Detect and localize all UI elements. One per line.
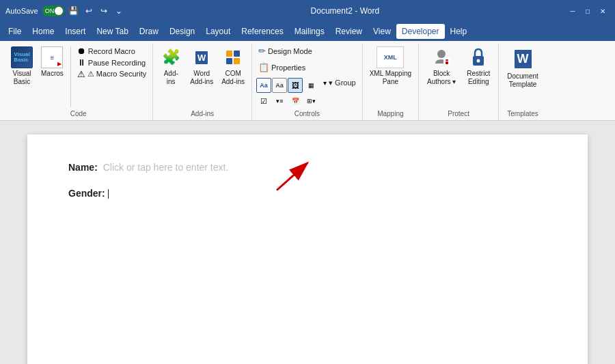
controls-bottom: Aa Aa 🖼 ▦ ☑ ▾≡ 📅 ⊞▾ ▾ ▾ Group <box>256 78 358 109</box>
code-divider <box>70 46 71 107</box>
menu-layout[interactable]: Layout <box>200 24 236 39</box>
document-template-button[interactable]: W DocumentTemplate <box>503 45 543 90</box>
document-page[interactable]: Name: Click or tap here to enter text. G… <box>27 135 588 364</box>
ribbon-group-protect: BlockAuthors ▾ RestrictEditing Protect <box>419 44 499 120</box>
restrict-editing-button[interactable]: RestrictEditing <box>463 45 494 87</box>
menu-developer[interactable]: Developer <box>396 24 445 39</box>
ctrl-dropdown-icon[interactable]: ▾≡ <box>272 94 287 109</box>
ribbon-group-addins: 🧩 Add-ins W WordAdd-ins <box>153 44 252 120</box>
controls-extra-buttons: ▾ ▾ Group <box>321 78 358 88</box>
autosave-toggle[interactable]: ON <box>42 5 64 16</box>
code-group-label: Code <box>8 109 148 119</box>
ctrl-combobox-icon[interactable]: ▦ <box>303 78 318 93</box>
templates-group-content: W DocumentTemplate <box>503 45 543 109</box>
document-title: Document2 - Word <box>124 6 566 16</box>
ctrl-image-icon[interactable]: 🖼 <box>288 78 303 93</box>
macro-security-button[interactable]: ⚠ ⚠ Macro Security <box>75 68 148 80</box>
svg-rect-0 <box>226 51 232 57</box>
com-add-ins-button[interactable]: COMAdd-ins <box>219 45 247 87</box>
autosave-on-label: ON <box>45 8 55 14</box>
svg-point-9 <box>477 59 480 63</box>
menu-design[interactable]: Design <box>164 24 200 39</box>
visual-basic-button[interactable]: VisualBasic VisualBasic <box>8 45 36 87</box>
customize-icon[interactable]: ⌄ <box>113 5 124 16</box>
ctrl-text-icon[interactable]: Aa <box>256 78 271 93</box>
undo-icon[interactable]: ↩ <box>83 5 94 16</box>
xml-mapping-icon: XML <box>377 46 404 68</box>
menu-home[interactable]: Home <box>27 24 59 39</box>
mapping-group-content: XML XML MappingPane <box>367 45 414 109</box>
xml-mapping-pane-button[interactable]: XML XML MappingPane <box>367 45 414 87</box>
name-placeholder[interactable]: Click or tap here to enter text. <box>103 162 229 173</box>
menu-insert[interactable]: Insert <box>59 24 91 39</box>
svg-rect-2 <box>226 58 232 64</box>
addins-group-content: 🧩 Add-ins W WordAdd-ins <box>157 45 247 109</box>
add-ins-icon: 🧩 <box>160 46 182 68</box>
close-button[interactable]: ✕ <box>596 4 610 18</box>
ribbon-group-code: VisualBasic VisualBasic ≡ ▶ Macros ⏺ <box>4 44 153 120</box>
design-mode-button[interactable]: ✏ Design Mode <box>256 45 314 57</box>
svg-rect-3 <box>234 58 240 64</box>
word-add-ins-button[interactable]: W WordAdd-ins <box>187 45 216 87</box>
record-macro-button[interactable]: ⏺ Record Macro <box>75 45 148 57</box>
block-authors-label: BlockAuthors ▾ <box>427 70 456 86</box>
menu-newtab[interactable]: New Tab <box>91 24 133 39</box>
com-add-ins-label: COMAdd-ins <box>221 70 245 86</box>
menu-help[interactable]: Help <box>445 24 473 39</box>
maximize-button[interactable]: □ <box>581 4 594 18</box>
macros-icon: ≡ ▶ <box>41 46 63 68</box>
ribbon: VisualBasic VisualBasic ≡ ▶ Macros ⏺ <box>0 41 615 121</box>
addins-group-label: Add-ins <box>157 109 247 119</box>
document-area: Name: Click or tap here to enter text. G… <box>0 121 615 364</box>
save-icon[interactable]: 💾 <box>68 5 79 16</box>
ctrl-legacy-icon[interactable]: ⊞▾ <box>303 94 318 109</box>
title-bar-left: AutoSave ON 💾 ↩ ↪ ⌄ <box>5 5 124 16</box>
visual-basic-icon: VisualBasic <box>11 46 33 68</box>
redo-icon[interactable]: ↪ <box>98 5 109 16</box>
block-authors-icon <box>430 46 452 68</box>
svg-rect-6 <box>446 59 448 61</box>
svg-rect-1 <box>234 51 240 57</box>
menu-mailings[interactable]: Mailings <box>289 24 330 39</box>
code-group-content: VisualBasic VisualBasic ≡ ▶ Macros ⏺ <box>8 45 148 109</box>
controls-group-label: Controls <box>256 109 358 119</box>
add-ins-label: Add-ins <box>164 70 178 86</box>
ctrl-text2-icon[interactable]: Aa <box>272 78 287 93</box>
ctrl-checkbox-icon[interactable]: ☑ <box>256 94 271 109</box>
add-ins-button[interactable]: 🧩 Add-ins <box>157 45 184 87</box>
name-line: Name: Click or tap here to enter text. <box>68 162 547 173</box>
record-macro-icon: ⏺ <box>77 46 86 56</box>
block-authors-button[interactable]: BlockAuthors ▾ <box>423 45 460 87</box>
gender-label: Gender: <box>68 188 105 199</box>
word-add-ins-icon: W <box>191 46 213 68</box>
ctrl-date-icon[interactable]: 📅 <box>288 94 303 109</box>
group-button[interactable]: ▾ ▾ Group <box>321 78 358 88</box>
menu-draw[interactable]: Draw <box>134 24 164 39</box>
minimize-button[interactable]: ─ <box>566 4 579 18</box>
autosave-label: AutoSave <box>5 7 38 15</box>
pause-recording-button[interactable]: ⏸ Pause Recording <box>75 57 148 68</box>
ribbon-groups: VisualBasic VisualBasic ≡ ▶ Macros ⏺ <box>4 44 611 120</box>
group-icon: ▾ <box>323 79 327 87</box>
menu-references[interactable]: References <box>236 24 288 39</box>
mapping-group-label: Mapping <box>367 109 414 119</box>
name-label: Name: <box>68 162 98 173</box>
xml-mapping-label: XML MappingPane <box>370 70 411 86</box>
properties-button[interactable]: 📋 Properties <box>256 61 308 73</box>
ribbon-group-controls: ✏ Design Mode 📋 Properties Aa Aa <box>252 44 363 120</box>
protect-group-content: BlockAuthors ▾ RestrictEditing <box>423 45 494 109</box>
com-add-ins-icon <box>222 46 244 68</box>
design-mode-label: Design Mode <box>268 47 312 55</box>
menu-file[interactable]: File <box>3 24 27 39</box>
svg-point-4 <box>437 50 446 58</box>
menu-view[interactable]: View <box>368 24 396 39</box>
svg-rect-7 <box>446 61 448 64</box>
macros-button[interactable]: ≡ ▶ Macros <box>38 45 66 79</box>
restrict-editing-icon <box>467 46 489 68</box>
pause-recording-label: Pause Recording <box>88 59 146 67</box>
controls-mid-row: 📋 Properties <box>256 61 308 73</box>
ribbon-group-templates: W DocumentTemplate Templates <box>499 44 547 120</box>
menu-review[interactable]: Review <box>330 24 368 39</box>
restrict-editing-label: RestrictEditing <box>467 70 490 86</box>
protect-group-label: Protect <box>423 109 494 119</box>
